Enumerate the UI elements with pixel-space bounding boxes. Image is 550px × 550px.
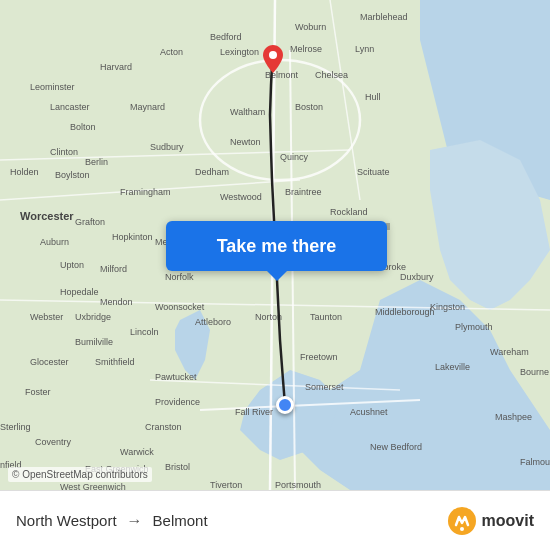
svg-text:Bristol: Bristol: [165, 462, 190, 472]
svg-text:Norfolk: Norfolk: [165, 272, 194, 282]
svg-text:Dedham: Dedham: [195, 167, 229, 177]
svg-text:Cranston: Cranston: [145, 422, 182, 432]
svg-text:Westwood: Westwood: [220, 192, 262, 202]
svg-point-94: [460, 527, 464, 531]
svg-text:Acushnet: Acushnet: [350, 407, 388, 417]
svg-text:Boston: Boston: [295, 102, 323, 112]
svg-text:Bedford: Bedford: [210, 32, 242, 42]
svg-text:Warwick: Warwick: [120, 447, 154, 457]
svg-text:Foster: Foster: [25, 387, 51, 397]
route-arrow: →: [127, 512, 143, 530]
moovit-logo: moovit: [448, 507, 534, 535]
svg-text:Webster: Webster: [30, 312, 63, 322]
svg-text:Melrose: Melrose: [290, 44, 322, 54]
svg-text:Marblehead: Marblehead: [360, 12, 408, 22]
svg-text:Lynn: Lynn: [355, 44, 374, 54]
route-info: North Westport → Belmont: [16, 512, 208, 530]
svg-text:Fall River: Fall River: [235, 407, 273, 417]
svg-text:Tiverton: Tiverton: [210, 480, 242, 490]
svg-text:Freetown: Freetown: [300, 352, 338, 362]
route-from: North Westport: [16, 512, 117, 529]
svg-text:Braintree: Braintree: [285, 187, 322, 197]
svg-text:Lancaster: Lancaster: [50, 102, 90, 112]
svg-text:Duxbury: Duxbury: [400, 272, 434, 282]
svg-text:Coventry: Coventry: [35, 437, 72, 447]
svg-point-92: [269, 51, 277, 59]
origin-pin: [276, 396, 294, 414]
svg-text:Milford: Milford: [100, 264, 127, 274]
svg-text:Sudbury: Sudbury: [150, 142, 184, 152]
bottom-bar: North Westport → Belmont moovit: [0, 490, 550, 550]
svg-text:Smithfield: Smithfield: [95, 357, 135, 367]
svg-text:Portsmouth: Portsmouth: [275, 480, 321, 490]
button-label: Take me there: [217, 236, 337, 257]
svg-text:Hull: Hull: [365, 92, 381, 102]
svg-text:Woonsocket: Woonsocket: [155, 302, 205, 312]
svg-text:Upton: Upton: [60, 260, 84, 270]
svg-text:Framingham: Framingham: [120, 187, 171, 197]
svg-text:Bourne: Bourne: [520, 367, 549, 377]
svg-text:Auburn: Auburn: [40, 237, 69, 247]
svg-text:Berlin: Berlin: [85, 157, 108, 167]
svg-text:Mashpee: Mashpee: [495, 412, 532, 422]
svg-text:Lakeville: Lakeville: [435, 362, 470, 372]
svg-text:Bumilville: Bumilville: [75, 337, 113, 347]
svg-text:Lincoln: Lincoln: [130, 327, 159, 337]
svg-text:Holden: Holden: [10, 167, 39, 177]
svg-text:Leominster: Leominster: [30, 82, 75, 92]
map-attribution: © OpenStreetMap contributors: [8, 467, 152, 482]
moovit-icon: [448, 507, 476, 535]
svg-text:Rockland: Rockland: [330, 207, 368, 217]
svg-text:Plymouth: Plymouth: [455, 322, 493, 332]
map-container: Leominster Harvard Acton Bedford Woburn …: [0, 0, 550, 490]
svg-text:Pawtucket: Pawtucket: [155, 372, 197, 382]
svg-text:West Greenwich: West Greenwich: [60, 482, 126, 490]
svg-text:Maynard: Maynard: [130, 102, 165, 112]
svg-text:Bolton: Bolton: [70, 122, 96, 132]
svg-text:Somerset: Somerset: [305, 382, 344, 392]
svg-text:Glocester: Glocester: [30, 357, 69, 367]
destination-pin: [263, 45, 283, 77]
svg-text:Acton: Acton: [160, 47, 183, 57]
svg-text:Chelsea: Chelsea: [315, 70, 348, 80]
svg-text:Falmouth: Falmouth: [520, 457, 550, 467]
route-to: Belmont: [153, 512, 208, 529]
svg-text:Clinton: Clinton: [50, 147, 78, 157]
svg-text:New Bedford: New Bedford: [370, 442, 422, 452]
svg-text:Taunton: Taunton: [310, 312, 342, 322]
svg-text:Sterling: Sterling: [0, 422, 31, 432]
svg-text:Attleboro: Attleboro: [195, 317, 231, 327]
svg-text:Waltham: Waltham: [230, 107, 265, 117]
take-me-there-button[interactable]: Take me there: [166, 221, 387, 271]
moovit-label: moovit: [482, 512, 534, 530]
svg-text:Newton: Newton: [230, 137, 261, 147]
svg-text:Providence: Providence: [155, 397, 200, 407]
svg-text:Middleborough: Middleborough: [375, 307, 435, 317]
svg-text:Wareham: Wareham: [490, 347, 529, 357]
svg-text:Mendon: Mendon: [100, 297, 133, 307]
svg-text:Kingston: Kingston: [430, 302, 465, 312]
svg-text:Worcester: Worcester: [20, 210, 74, 222]
svg-text:Harvard: Harvard: [100, 62, 132, 72]
svg-text:Woburn: Woburn: [295, 22, 326, 32]
svg-text:Scituate: Scituate: [357, 167, 390, 177]
svg-text:Quincy: Quincy: [280, 152, 309, 162]
svg-text:Lexington: Lexington: [220, 47, 259, 57]
svg-text:Hopedale: Hopedale: [60, 287, 99, 297]
svg-text:Grafton: Grafton: [75, 217, 105, 227]
svg-text:Boylston: Boylston: [55, 170, 90, 180]
svg-text:Uxbridge: Uxbridge: [75, 312, 111, 322]
svg-text:Hopkinton: Hopkinton: [112, 232, 153, 242]
